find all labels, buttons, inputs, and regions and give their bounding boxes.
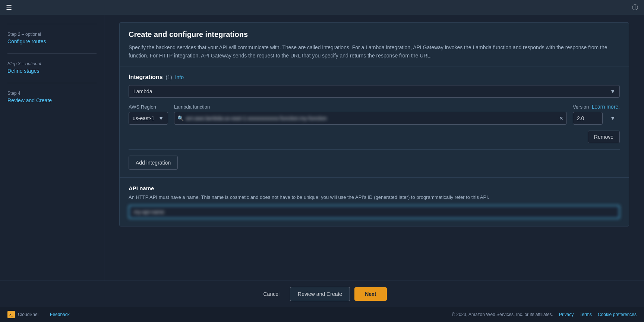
feedback-link[interactable]: Feedback xyxy=(50,312,70,317)
configure-routes-link[interactable]: Configure routes xyxy=(7,38,46,44)
info-link[interactable]: Info xyxy=(175,74,184,80)
copyright-text: © 2023, Amazon Web Services, Inc. or its… xyxy=(452,312,553,317)
api-name-section: API name An HTTP API must have a name. T… xyxy=(120,177,629,226)
footer-actions: Cancel Review and Create Next xyxy=(257,287,386,301)
lambda-function-group: Lambda function 🔍 ✕ xyxy=(174,104,567,125)
integration-divider xyxy=(129,149,620,150)
integration-type-wrapper: Lambda HTTP Mock ▼ xyxy=(129,85,620,98)
cloudshell-area: >_ CloudShell Feedback xyxy=(7,311,70,318)
footer-actions-bar: Cancel Review and Create Next xyxy=(0,281,644,307)
info-icon[interactable]: ⓘ xyxy=(632,4,638,12)
remove-button[interactable]: Remove xyxy=(588,131,620,143)
search-icon: 🔍 xyxy=(177,115,184,121)
bottom-bar: >_ CloudShell Feedback © 2023, Amazon We… xyxy=(0,307,644,322)
define-stages-link[interactable]: Define stages xyxy=(7,68,40,74)
sidebar-step2: Step 2 – optional Configure routes xyxy=(7,32,97,44)
lambda-search-wrapper: 🔍 ✕ xyxy=(174,112,567,125)
top-navigation-bar: ☰ ⓘ xyxy=(0,0,644,15)
integration-type-select[interactable]: Lambda HTTP Mock xyxy=(129,85,620,98)
hamburger-menu-icon[interactable]: ☰ xyxy=(6,3,12,12)
card-header: Create and configure integrations Specif… xyxy=(120,23,629,66)
integrations-count: (1) xyxy=(166,74,172,80)
content-area: Create and configure integrations Specif… xyxy=(104,15,644,281)
sidebar: Step 2 – optional Configure routes Step … xyxy=(0,15,104,281)
sidebar-step4: Step 4 Review and Create xyxy=(7,91,97,103)
review-create-link[interactable]: Review and Create xyxy=(7,97,52,103)
cancel-button[interactable]: Cancel xyxy=(257,287,285,301)
remove-row: Remove xyxy=(129,131,620,143)
api-name-description: An HTTP API must have a name. This name … xyxy=(129,194,620,201)
cookie-prefs-link[interactable]: Cookie preferences xyxy=(598,312,637,317)
next-button[interactable]: Next xyxy=(354,287,386,301)
aws-region-select[interactable]: us-east-1 us-west-2 eu-west-1 xyxy=(129,112,168,125)
clear-input-icon[interactable]: ✕ xyxy=(559,115,564,121)
add-integration-button[interactable]: Add integration xyxy=(129,156,178,170)
lambda-function-label: Lambda function xyxy=(174,104,567,110)
version-group: Version Learn more. 2.0 1.0 ▼ xyxy=(573,104,620,125)
privacy-link[interactable]: Privacy xyxy=(559,312,574,317)
integration-fields-row: AWS Region us-east-1 us-west-2 eu-west-1… xyxy=(129,104,620,125)
sidebar-step3: Step 3 – optional Define stages xyxy=(7,61,97,74)
cloudshell-label[interactable]: CloudShell xyxy=(18,312,40,317)
integrations-title: Integrations xyxy=(129,74,163,81)
main-area: Step 2 – optional Configure routes Step … xyxy=(0,15,644,281)
version-label: Version Learn more. xyxy=(573,104,620,110)
aws-region-label: AWS Region xyxy=(129,104,168,110)
card-title: Create and configure integrations xyxy=(129,30,620,39)
cloudshell-icon: >_ xyxy=(7,311,15,318)
step4-label: Step 4 xyxy=(7,91,97,96)
card-description: Specify the backend services that your A… xyxy=(129,43,620,60)
bottom-right-area: © 2023, Amazon Web Services, Inc. or its… xyxy=(452,312,637,317)
region-select-wrapper: us-east-1 us-west-2 eu-west-1 ▼ xyxy=(129,112,168,125)
aws-region-group: AWS Region us-east-1 us-west-2 eu-west-1… xyxy=(129,104,168,125)
main-card: Create and configure integrations Specif… xyxy=(119,22,629,226)
step3-label: Step 3 – optional xyxy=(7,61,97,66)
version-select-wrapper: 2.0 1.0 ▼ xyxy=(573,112,620,125)
integrations-header: Integrations (1) Info xyxy=(129,74,620,81)
step2-label: Step 2 – optional xyxy=(7,32,97,37)
api-name-input[interactable] xyxy=(129,205,620,219)
lambda-function-input[interactable] xyxy=(186,112,559,124)
integrations-section: Integrations (1) Info Lambda HTTP Mock ▼ xyxy=(120,66,629,177)
version-arrow-icon: ▼ xyxy=(610,115,615,121)
terms-link[interactable]: Terms xyxy=(580,312,592,317)
version-learn-more-link[interactable]: Learn more. xyxy=(592,104,620,110)
version-select[interactable]: 2.0 1.0 xyxy=(573,112,603,125)
review-create-button[interactable]: Review and Create xyxy=(290,287,350,301)
api-name-title: API name xyxy=(129,185,620,191)
